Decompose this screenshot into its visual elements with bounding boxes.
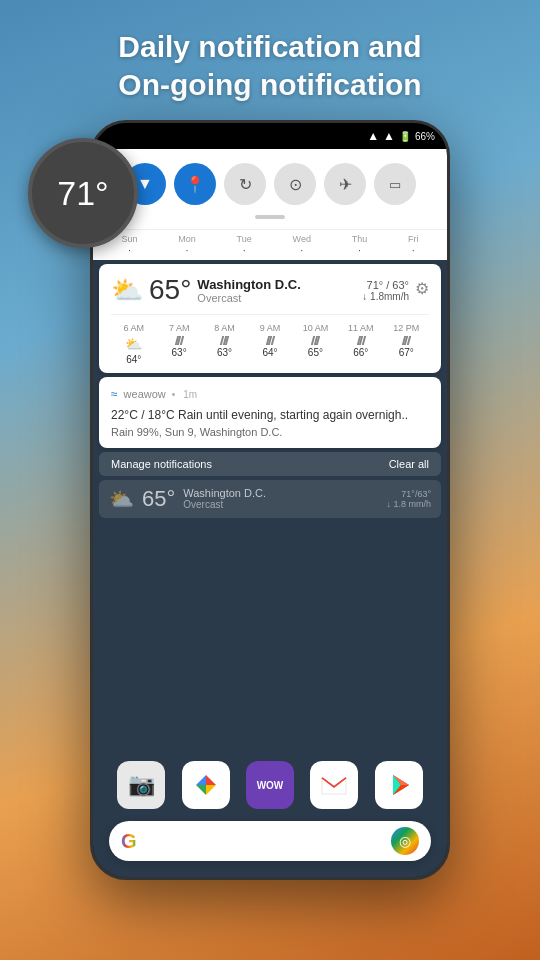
notification-card: ≈ weawow • 1m 22°C / 18°C Rain until eve… [99,377,441,448]
qs-cast[interactable]: ▭ [374,163,416,205]
qs-airplane[interactable]: ✈ [324,163,366,205]
qs-hotspot[interactable]: ⊙ [274,163,316,205]
hour-12pm: 12 PM 67° [384,323,429,365]
photos-app-icon[interactable] [182,761,230,809]
hour-7am: 7 AM 63° [156,323,201,365]
search-bar[interactable]: G ◎ [109,821,431,861]
mini-desc: Overcast [183,499,378,510]
cal-day-wed: Wed· [293,234,311,256]
mini-temp: 65° [142,486,175,512]
google-logo: G [121,830,137,853]
camera-app-icon[interactable]: 📷 [117,761,165,809]
battery-percent: 66% [415,131,435,142]
weather-temp: 65° [149,274,191,306]
notif-line1: 22°C / 18°C Rain until evening, starting… [111,407,429,424]
hour-6am: 6 AM ⛅ 64° [111,323,156,365]
hour-10am: 10 AM 65° [293,323,338,365]
mini-city: Washington D.C. [183,487,378,499]
gear-icon[interactable]: ⚙ [415,279,429,298]
gmail-app-icon[interactable] [310,761,358,809]
weather-hilo: 71° / 63° [362,279,409,291]
hour-9am: 9 AM 64° [247,323,292,365]
cal-day-thu: Thu· [352,234,368,256]
app-dock: 📷 WOW [93,753,447,817]
manage-bar: Manage notifications Clear all [99,452,441,476]
notif-time: 1m [183,389,197,400]
manage-notif-text: Manage notifications [111,458,212,470]
signal-icon: ▲ [383,129,395,143]
qs-location-pin[interactable]: 📍 [174,163,216,205]
weather-rain-rate: ↓ 1.8mm/h [362,291,409,302]
cloud-icon: ⛅ [111,275,143,306]
hourly-forecast: 6 AM ⛅ 64° 7 AM 63° 8 [111,314,429,365]
weather-mini-card: ⛅ 65° Washington D.C. Overcast 71°/63° ↓… [99,480,441,518]
wifi-icon: ▲ [367,129,379,143]
mini-cloud-icon: ⛅ [109,487,134,511]
hour-6am-label: 6 AM [111,323,156,333]
cal-day-mon: Mon· [178,234,196,256]
qs-sync[interactable]: ↻ [224,163,266,205]
hour-6am-icon: ⛅ [111,336,156,352]
hour-8am: 8 AM 63° [202,323,247,365]
temp-bubble: 71° [28,138,138,248]
phone-screen: ▼ 📍 ↻ ⊙ ✈ ▭ Sun· Mon· Tue· Wed· Thu· Fri… [93,149,447,877]
status-bar: ▲ ▲ 🔋 66% [93,123,447,149]
google-mic-icon[interactable]: ◎ [391,827,419,855]
battery-icon: 🔋 [399,131,411,142]
play-app-icon[interactable] [375,761,423,809]
clear-all-button[interactable]: Clear all [389,458,429,470]
mini-hilo: 71°/63° [386,489,431,499]
notif-line2: Rain 99%, Sun 9, Washington D.C. [111,426,429,438]
calendar-strip: Sun· Mon· Tue· Wed· Thu· Fri· [93,229,447,260]
weather-city: Washington D.C. [197,277,301,292]
notif-bullet: • [172,389,176,400]
weather-card: ⛅ 65° Washington D.C. Overcast 71° / 63°… [99,264,441,373]
notif-app-name: weawow [124,388,166,400]
notif-app-icon: ≈ [111,387,118,401]
cal-day-tue: Tue· [237,234,252,256]
hour-11am: 11 AM 66° [338,323,383,365]
wow-app-icon[interactable]: WOW [246,761,294,809]
qs-handle [255,215,285,219]
cal-day-sun: Sun· [121,234,137,256]
temp-value: 71° [57,174,108,213]
cal-day-fri: Fri· [408,234,419,256]
header-text: Daily notification and On-going notifica… [0,0,540,121]
weather-desc: Overcast [197,292,301,304]
phone-frame: ▲ ▲ 🔋 66% ▼ 📍 ↻ ⊙ ✈ ▭ Sun· Mon· Tue· Wed… [90,120,450,880]
hour-6am-temp: 64° [111,354,156,365]
quick-settings-panel: ▼ 📍 ↻ ⊙ ✈ ▭ [93,149,447,229]
mini-rain: ↓ 1.8 mm/h [386,499,431,509]
